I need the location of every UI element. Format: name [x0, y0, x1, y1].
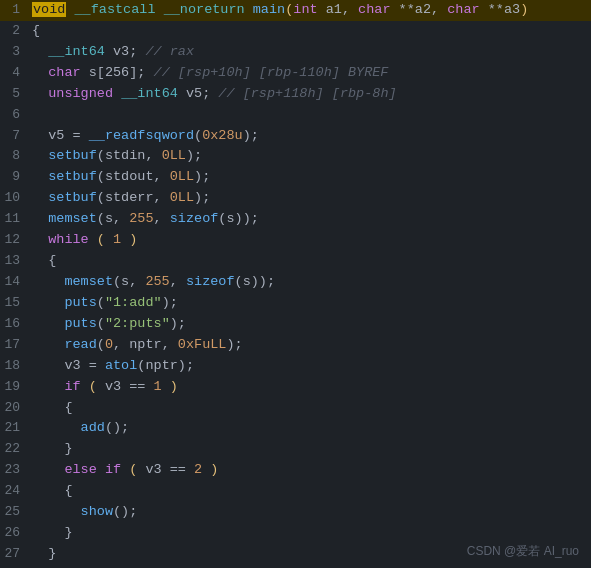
line-number: 18 — [0, 356, 28, 377]
line-number: 23 — [0, 460, 28, 481]
line-number: 14 — [0, 272, 28, 293]
table-row: 11 memset(s, 255, sizeof(s)); — [0, 209, 591, 230]
fn-memset2: memset — [64, 274, 113, 289]
fn-memset1: memset — [48, 211, 97, 226]
num-255-2: 255 — [145, 274, 169, 289]
fn-puts2: puts — [64, 316, 96, 331]
table-row: 13 { — [0, 251, 591, 272]
table-row: 6 — [0, 105, 591, 126]
line-number: 20 — [0, 398, 28, 419]
num-1: 1 — [113, 232, 121, 247]
code-table: 1 void __fastcall __noreturn main(int a1… — [0, 0, 591, 568]
line-number: 7 — [0, 126, 28, 147]
table-row: 14 memset(s, 255, sizeof(s)); — [0, 272, 591, 293]
fn-setbuf1: setbuf — [48, 148, 97, 163]
line-content: puts("1:add"); — [28, 293, 591, 314]
code-viewer: 1 void __fastcall __noreturn main(int a1… — [0, 0, 591, 568]
line-number: 16 — [0, 314, 28, 335]
line-content: char s[256]; // [rsp+10h] [rbp-110h] BYR… — [28, 63, 591, 84]
line-number: 15 — [0, 293, 28, 314]
line-content: { — [28, 398, 591, 419]
table-row: 2 { — [0, 21, 591, 42]
table-row: 1 void __fastcall __noreturn main(int a1… — [0, 0, 591, 21]
num-2b: 2 — [194, 462, 202, 477]
line-number: 9 — [0, 167, 28, 188]
line-number: 6 — [0, 105, 28, 126]
num-0ll1: 0LL — [162, 148, 186, 163]
fn-show: show — [81, 504, 113, 519]
line-content: memset(s, 255, sizeof(s)); — [28, 209, 591, 230]
fn-setbuf3: setbuf — [48, 190, 97, 205]
str-1add: "1:add" — [105, 295, 162, 310]
fn-sizeof1: sizeof — [170, 211, 219, 226]
table-row: 24 { — [0, 481, 591, 502]
table-row: 22 } — [0, 439, 591, 460]
fn-readfsqword: __readfsqword — [89, 128, 194, 143]
line-content: setbuf(stdin, 0LL); — [28, 146, 591, 167]
fn-main: main — [253, 2, 285, 17]
comment: // [rsp+10h] [rbp-110h] BYREF — [154, 65, 389, 80]
watermark: CSDN @爱若 AI_ruo — [467, 543, 579, 560]
line-number: 10 — [0, 188, 28, 209]
num-0ll3: 0LL — [170, 190, 194, 205]
line-content: while ( 1 ) — [28, 230, 591, 251]
line-number: 4 — [0, 63, 28, 84]
num-1b: 1 — [154, 379, 162, 394]
line-content: { — [28, 251, 591, 272]
line-number: 8 — [0, 146, 28, 167]
num-0: 0 — [105, 337, 113, 352]
fn-add: add — [81, 420, 105, 435]
table-row: 3 __int64 v3; // rax — [0, 42, 591, 63]
kw-char2: char — [447, 2, 479, 17]
num-0x28: 0x28u — [202, 128, 243, 143]
line-content: } — [28, 439, 591, 460]
table-row: 10 setbuf(stderr, 0LL); — [0, 188, 591, 209]
kw-int64: __int64 — [48, 44, 105, 59]
table-row: 9 setbuf(stdout, 0LL); — [0, 167, 591, 188]
num-0xfull: 0xFuLL — [178, 337, 227, 352]
keyword-noreturn: __noreturn — [164, 2, 245, 17]
table-row: 16 puts("2:puts"); — [0, 314, 591, 335]
line-number: 11 — [0, 209, 28, 230]
line-content: unsigned __int64 v5; // [rsp+118h] [rbp-… — [28, 84, 591, 105]
line-number: 21 — [0, 418, 28, 439]
line-number: 1 — [0, 0, 28, 21]
line-content: else if ( v3 == 2 ) — [28, 460, 591, 481]
table-row: 19 if ( v3 == 1 ) — [0, 377, 591, 398]
line-content: v3 = atol(nptr); — [28, 356, 591, 377]
line-number: 22 — [0, 439, 28, 460]
keyword-void: void — [32, 2, 66, 17]
fn-setbuf2: setbuf — [48, 169, 97, 184]
table-row: 21 add(); — [0, 418, 591, 439]
table-row: 26 } — [0, 523, 591, 544]
line-content: memset(s, 255, sizeof(s)); — [28, 272, 591, 293]
table-row: 4 char s[256]; // [rsp+10h] [rbp-110h] B… — [0, 63, 591, 84]
fn-sizeof2: sizeof — [186, 274, 235, 289]
line-content: setbuf(stderr, 0LL); — [28, 188, 591, 209]
kw-char3: char — [48, 65, 80, 80]
line-number: 26 — [0, 523, 28, 544]
kw-if1: if — [64, 379, 80, 394]
table-row: 5 unsigned __int64 v5; // [rsp+118h] [rb… — [0, 84, 591, 105]
kw-while: while — [48, 232, 89, 247]
comment: // [rsp+118h] [rbp-8h] — [218, 86, 396, 101]
keyword-fastcall: __fastcall — [75, 2, 156, 17]
line-content: v5 = __readfsqword(0x28u); — [28, 126, 591, 147]
str-2puts: "2:puts" — [105, 316, 170, 331]
line-number: 5 — [0, 84, 28, 105]
line-number: 19 — [0, 377, 28, 398]
line-content: setbuf(stdout, 0LL); — [28, 167, 591, 188]
kw-if2: if — [105, 462, 121, 477]
line-number: 25 — [0, 502, 28, 523]
line-content: __int64 v3; // rax — [28, 42, 591, 63]
line-content: if ( v3 == 1 ) — [28, 377, 591, 398]
fn-atol: atol — [105, 358, 137, 373]
kw-int: int — [293, 2, 317, 17]
table-row: 17 read(0, nptr, 0xFuLL); — [0, 335, 591, 356]
line-content: puts("2:puts"); — [28, 314, 591, 335]
line-number: 13 — [0, 251, 28, 272]
table-row: 8 setbuf(stdin, 0LL); — [0, 146, 591, 167]
line-content: read(0, nptr, 0xFuLL); — [28, 335, 591, 356]
line-number: 3 — [0, 42, 28, 63]
table-row: 18 v3 = atol(nptr); — [0, 356, 591, 377]
